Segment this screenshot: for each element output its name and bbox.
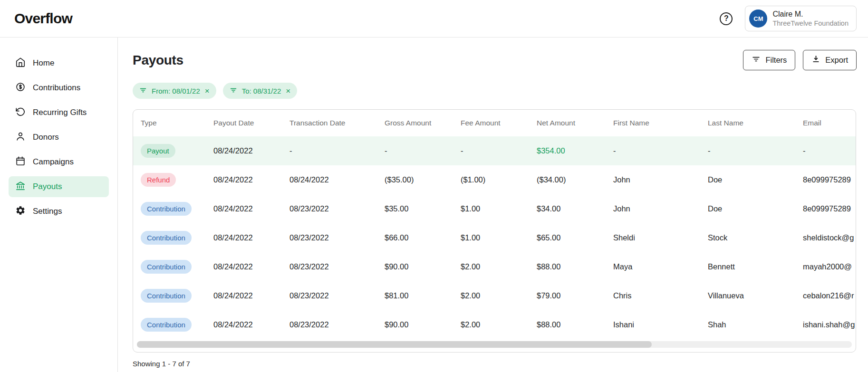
user-menu[interactable]: CM Claire M. ThreeTwelve Foundation xyxy=(745,6,857,31)
overflow-logo: Overflow xyxy=(14,10,72,27)
top-bar: Overflow ? CM Claire M. ThreeTwelve Foun… xyxy=(0,0,868,38)
type-badge: Contribution xyxy=(141,260,192,274)
net-amount-cell: ($34.00) xyxy=(533,165,609,194)
fee-amount-cell: - xyxy=(457,136,533,165)
email-cell: cebalon216@r xyxy=(799,281,856,310)
sidebar-item-recurring-gifts[interactable]: Recurring Gifts xyxy=(9,102,109,123)
payouts-table: Type Payout Date Transaction Date Gross … xyxy=(133,109,856,353)
table-body: Payout 08/24/2022 - - - $354.00 - - - Re… xyxy=(133,136,856,339)
horizontal-scrollbar-thumb[interactable] xyxy=(137,341,652,348)
avatar: CM xyxy=(749,10,767,28)
column-header-net-amount: Net Amount xyxy=(533,110,609,136)
column-header-type: Type xyxy=(133,110,210,136)
last-name-cell: Villanueva xyxy=(704,281,799,310)
transaction-date-cell: - xyxy=(286,136,381,165)
sidebar-item-campaigns[interactable]: Campaigns xyxy=(9,152,109,172)
filter-chip-label: From: 08/01/22 xyxy=(152,87,200,95)
gross-amount-cell: $35.00 xyxy=(381,194,457,223)
filter-chip-to[interactable]: To: 08/31/22 × xyxy=(223,83,298,99)
horizontal-scrollbar-track[interactable] xyxy=(137,341,852,348)
last-name-cell: Stock xyxy=(704,223,799,252)
email-cell: - xyxy=(799,136,856,165)
table-row[interactable]: Contribution 08/24/2022 08/23/2022 $81.0… xyxy=(133,281,856,310)
gross-amount-cell: ($35.00) xyxy=(381,165,457,194)
sidebar-item-home[interactable]: Home xyxy=(9,53,109,74)
first-name-cell: Maya xyxy=(609,252,704,281)
filter-chip-label: To: 08/31/22 xyxy=(242,87,281,95)
type-badge: Contribution xyxy=(141,202,192,216)
sidebar-item-label: Settings xyxy=(33,207,62,216)
dollar-circle-icon xyxy=(15,82,26,95)
page-title: Payouts xyxy=(133,53,183,68)
export-button[interactable]: Export xyxy=(803,50,857,70)
table-row[interactable]: Contribution 08/24/2022 08/23/2022 $66.0… xyxy=(133,223,856,252)
gross-amount-cell: - xyxy=(381,136,457,165)
sidebar-item-label: Campaigns xyxy=(33,157,74,167)
transaction-date-cell: 08/23/2022 xyxy=(286,281,381,310)
email-cell: mayah2000@ xyxy=(799,252,856,281)
net-amount-cell: $88.00 xyxy=(533,252,609,281)
filter-icon xyxy=(139,86,147,95)
main-content: Payouts Filters Export xyxy=(118,38,868,372)
sidebar-item-label: Donors xyxy=(33,133,59,142)
table-row[interactable]: Payout 08/24/2022 - - - $354.00 - - - xyxy=(133,136,856,165)
email-cell: ishani.shah@g xyxy=(799,310,856,339)
gross-amount-cell: $90.00 xyxy=(381,252,457,281)
table-row[interactable]: Contribution 08/24/2022 08/23/2022 $90.0… xyxy=(133,310,856,339)
user-name: Claire M. xyxy=(772,10,849,19)
payout-date-cell: 08/24/2022 xyxy=(210,194,286,223)
last-name-cell: - xyxy=(704,136,799,165)
email-cell: 8e099975289 xyxy=(799,194,856,223)
download-icon xyxy=(811,55,820,66)
net-amount-cell: $79.00 xyxy=(533,281,609,310)
email-cell: 8e099975289 xyxy=(799,165,856,194)
sidebar-item-label: Recurring Gifts xyxy=(33,108,87,117)
table-row[interactable]: Refund 08/24/2022 08/24/2022 ($35.00) ($… xyxy=(133,165,856,194)
table-row[interactable]: Contribution 08/24/2022 08/23/2022 $35.0… xyxy=(133,194,856,223)
fee-amount-cell: $2.00 xyxy=(457,281,533,310)
sidebar-item-donors[interactable]: Donors xyxy=(9,127,109,148)
first-name-cell: Sheldi xyxy=(609,223,704,252)
sidebar-item-payouts[interactable]: Payouts xyxy=(9,176,109,197)
last-name-cell: Doe xyxy=(704,165,799,194)
fee-amount-cell: ($1.00) xyxy=(457,165,533,194)
sidebar: Home Contributions Recurring Gifts Donor… xyxy=(0,38,118,372)
close-icon[interactable]: × xyxy=(205,87,210,95)
gross-amount-cell: $66.00 xyxy=(381,223,457,252)
rotate-ccw-icon xyxy=(15,106,26,119)
fee-amount-cell: $1.00 xyxy=(457,194,533,223)
close-icon[interactable]: × xyxy=(286,87,290,95)
type-badge: Contribution xyxy=(141,289,192,303)
table-header-row: Type Payout Date Transaction Date Gross … xyxy=(133,110,856,136)
net-amount-cell: $88.00 xyxy=(533,310,609,339)
first-name-cell: - xyxy=(609,136,704,165)
column-header-last-name: Last Name xyxy=(704,110,799,136)
net-amount-cell: $354.00 xyxy=(533,136,609,165)
filter-icon xyxy=(752,55,761,66)
help-icon[interactable]: ? xyxy=(720,12,733,25)
column-header-email: Email xyxy=(799,110,856,136)
user-org: ThreeTwelve Foundation xyxy=(772,19,849,28)
column-header-first-name: First Name xyxy=(609,110,704,136)
last-name-cell: Bennett xyxy=(704,252,799,281)
bank-icon xyxy=(15,181,26,193)
payout-date-cell: 08/24/2022 xyxy=(210,281,286,310)
column-header-payout-date: Payout Date xyxy=(210,110,286,136)
last-name-cell: Shah xyxy=(704,310,799,339)
net-amount-cell: $34.00 xyxy=(533,194,609,223)
filter-icon xyxy=(230,86,237,95)
transaction-date-cell: 08/23/2022 xyxy=(286,194,381,223)
sidebar-item-settings[interactable]: Settings xyxy=(9,201,109,222)
transaction-date-cell: 08/23/2022 xyxy=(286,223,381,252)
type-badge: Contribution xyxy=(141,231,192,245)
table-row[interactable]: Contribution 08/24/2022 08/23/2022 $90.0… xyxy=(133,252,856,281)
filters-button[interactable]: Filters xyxy=(743,50,795,70)
sidebar-item-label: Home xyxy=(33,58,54,68)
transaction-date-cell: 08/23/2022 xyxy=(286,310,381,339)
sidebar-item-contributions[interactable]: Contributions xyxy=(9,77,109,98)
first-name-cell: John xyxy=(609,165,704,194)
column-header-transaction-date: Transaction Date xyxy=(286,110,381,136)
filter-chip-from[interactable]: From: 08/01/22 × xyxy=(133,83,216,99)
fee-amount-cell: $2.00 xyxy=(457,310,533,339)
person-icon xyxy=(15,131,26,144)
